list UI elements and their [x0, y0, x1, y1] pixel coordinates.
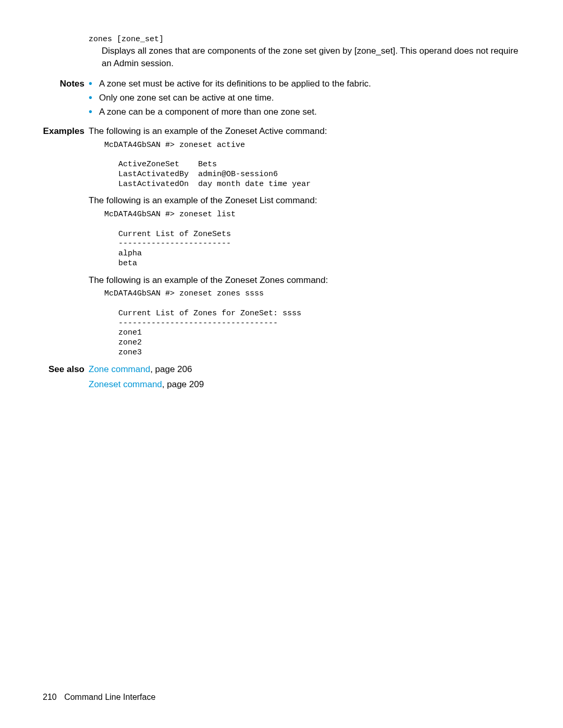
notes-list: A zone set must be active for its defini… [89, 78, 521, 118]
command-syntax: zones [zone_set] [0, 35, 563, 45]
code-example-active: McDATA4GbSAN #> zoneset active ActiveZon… [0, 141, 563, 190]
list-item: Only one zone set can be active at one t… [89, 92, 521, 104]
code-example-list: McDATA4GbSAN #> zoneset list Current Lis… [0, 210, 563, 269]
footer-title: Command Line Interface [64, 693, 155, 701]
notes-label: Notes [0, 78, 89, 119]
see-also-item: Zone command, page 206 [89, 363, 521, 376]
example-intro: The following is an example of the Zones… [0, 194, 563, 207]
list-item: A zone can be a component of more than o… [89, 106, 521, 118]
see-also-section: See also Zone command, page 206 Zoneset … [0, 363, 563, 391]
list-item: A zone set must be active for its defini… [89, 78, 521, 90]
page-ref: , page 209 [162, 379, 204, 389]
see-also-label: See also [0, 363, 89, 391]
link-zone-command[interactable]: Zone command [89, 364, 150, 374]
page-footer: 210 Command Line Interface [43, 692, 155, 703]
link-zoneset-command[interactable]: Zoneset command [89, 379, 162, 389]
example-intro: The following is an example of the Zones… [0, 274, 563, 287]
page-number: 210 [43, 693, 57, 701]
page-content: zones [zone_set] Displays all zones that… [0, 0, 563, 391]
examples-label: Examples [0, 125, 89, 138]
page-ref: , page 206 [150, 364, 192, 374]
notes-section: Notes A zone set must be active for its … [0, 78, 563, 119]
command-description: Displays all zones that are components o… [0, 45, 563, 70]
code-example-zones: McDATA4GbSAN #> zoneset zones ssss Curre… [0, 289, 563, 357]
examples-section: Examples The following is an example of … [0, 125, 563, 138]
example-intro: The following is an example of the Zones… [89, 125, 563, 138]
see-also-item: Zoneset command, page 209 [89, 378, 521, 391]
